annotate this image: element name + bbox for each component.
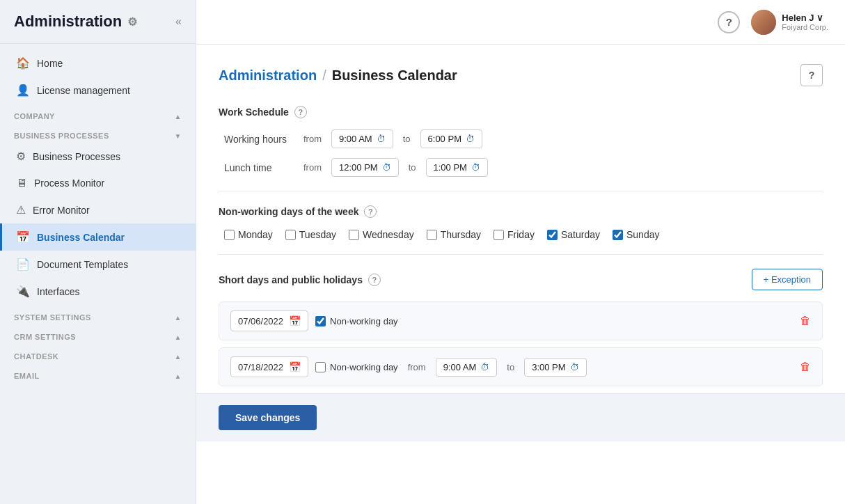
from-connector: from (301, 134, 324, 144)
exception-from-value-2: 9:00 AM (443, 362, 477, 372)
exception-nwd-checkbox-1[interactable]: Non-working day (315, 316, 398, 326)
section-company[interactable]: COMPANY ▲ (0, 104, 196, 123)
clock-icon: ⏱ (466, 134, 475, 144)
short-days-header: Short days and public holidays ? + Excep… (219, 269, 823, 290)
license-icon: 👤 (16, 84, 30, 97)
document-icon: 📄 (16, 258, 30, 271)
collapse-button[interactable]: « (173, 13, 184, 31)
section-business-processes[interactable]: BUSINESS PROCESSES ▼ (0, 123, 196, 143)
sidebar-item-label: Process Monitor (34, 178, 104, 189)
lunch-time-label: Lunch time (224, 162, 294, 173)
chevron-up-icon: ▲ (175, 314, 182, 322)
sidebar-item-label: Business Processes (33, 151, 120, 162)
sunday-checkbox-item[interactable]: Sunday (613, 229, 659, 240)
work-schedule-help-icon[interactable]: ? (294, 106, 307, 118)
save-changes-button[interactable]: Save changes (219, 405, 317, 430)
short-days-title: Short days and public holidays ? (219, 274, 381, 286)
working-hours-from-input[interactable]: 9:00 AM ⏱ (331, 129, 393, 148)
section-crm-settings[interactable]: CRM SETTINGS ▲ (0, 324, 196, 344)
sidebar-item-license[interactable]: 👤 License management (0, 77, 196, 104)
exception-date-2: 07/18/2022 (238, 362, 283, 372)
help-button[interactable]: ? (718, 11, 740, 33)
section-email[interactable]: EMAIL ▲ (0, 363, 196, 383)
thursday-checkbox-item[interactable]: Thursday (427, 229, 481, 240)
sidebar-item-process-monitor[interactable]: 🖥 Process Monitor (0, 170, 196, 196)
lunch-time-to-input[interactable]: 1:00 PM ⏱ (426, 158, 488, 177)
sidebar-item-document-templates[interactable]: 📄 Document Templates (0, 251, 196, 278)
topbar: ? Helen J ∨ Foiyard Corp. (196, 0, 845, 45)
sidebar-item-business-processes[interactable]: ⚙ Business Processes (0, 143, 196, 170)
from-connector-exc2: from (405, 362, 429, 372)
user-info: Helen J ∨ Foiyard Corp. (782, 13, 828, 31)
section-chatdesk[interactable]: CHATDESK ▲ (0, 344, 196, 363)
chevron-up-icon: ▲ (175, 353, 182, 361)
exception-from-input-2[interactable]: 9:00 AM ⏱ (436, 358, 498, 377)
sidebar-title: Administration ⚙ (14, 13, 137, 31)
sidebar-item-error-monitor[interactable]: ⚠ Error Monitor (0, 196, 196, 223)
wednesday-checkbox-item[interactable]: Wednesday (349, 229, 414, 240)
thursday-checkbox[interactable] (427, 230, 437, 240)
exception-date-input-2[interactable]: 07/18/2022 📅 (230, 356, 308, 377)
gear-icon[interactable]: ⚙ (127, 15, 137, 29)
lunch-time-from-input[interactable]: 12:00 PM ⏱ (331, 158, 399, 177)
exception-nwd-check-2[interactable] (315, 362, 326, 372)
sidebar-item-label: Error Monitor (33, 205, 90, 216)
to-connector: to (406, 162, 419, 173)
non-working-days-help-icon[interactable]: ? (364, 205, 377, 218)
breadcrumb: Administration / Business Calendar ? (219, 64, 823, 86)
clock-icon: ⏱ (570, 362, 579, 372)
avatar-image (751, 10, 776, 35)
section-system-settings[interactable]: SYSTEM SETTINGS ▲ (0, 305, 196, 324)
to-connector-exc2: to (504, 362, 517, 372)
chevron-down-icon: ▼ (175, 132, 182, 140)
monday-checkbox[interactable] (224, 230, 235, 240)
add-exception-button[interactable]: + Exception (752, 269, 823, 290)
breadcrumb-current: Business Calendar (332, 68, 457, 84)
sidebar-item-home[interactable]: 🏠 Home (0, 49, 196, 77)
sidebar-item-interfaces[interactable]: 🔌 Interfaces (0, 278, 196, 305)
working-hours-to-input[interactable]: 6:00 PM ⏱ (420, 129, 482, 148)
short-days-help-icon[interactable]: ? (368, 274, 381, 286)
page-help-button[interactable]: ? (800, 64, 823, 86)
home-icon: 🏠 (16, 56, 30, 70)
calendar-icon: 📅 (289, 315, 301, 326)
save-section: Save changes (196, 393, 845, 441)
exception-nwd-check-1[interactable] (315, 316, 326, 326)
saturday-checkbox-item[interactable]: Saturday (547, 229, 600, 240)
chevron-up-icon: ▲ (175, 372, 182, 380)
friday-checkbox[interactable] (493, 230, 504, 240)
sidebar-item-business-calendar[interactable]: 📅 Business Calendar (0, 223, 196, 251)
chevron-up-icon: ▲ (175, 113, 182, 120)
non-working-days-title: Non-working days of the week ? (219, 205, 823, 218)
calendar-icon: 📅 (16, 230, 30, 244)
content-area: Administration / Business Calendar ? Wor… (196, 45, 845, 504)
saturday-checkbox[interactable] (547, 230, 558, 240)
friday-label: Friday (507, 229, 535, 240)
exception-nwd-checkbox-2[interactable]: Non-working day (315, 362, 398, 372)
user-menu[interactable]: Helen J ∨ Foiyard Corp. (751, 10, 828, 35)
to-connector: to (400, 134, 413, 144)
sidebar: Administration ⚙ « 🏠 Home 👤 License mana… (0, 0, 196, 504)
breadcrumb-admin[interactable]: Administration (219, 68, 317, 84)
calendar-icon: 📅 (289, 361, 301, 372)
work-schedule-title: Work Schedule ? (219, 106, 823, 118)
wednesday-checkbox[interactable] (349, 230, 359, 240)
exception-to-input-2[interactable]: 3:00 PM ⏱ (524, 358, 586, 377)
sunday-label: Sunday (626, 229, 659, 240)
sunday-checkbox[interactable] (613, 230, 623, 240)
tuesday-checkbox[interactable] (285, 230, 296, 240)
from-connector: from (301, 162, 324, 173)
trash-icon: 🗑 (800, 361, 811, 372)
clock-icon: ⏱ (377, 134, 386, 144)
non-working-days-row: Monday Tuesday Wednesday Thursday Friday… (219, 229, 823, 240)
friday-checkbox-item[interactable]: Friday (493, 229, 535, 240)
delete-exception-button-2[interactable]: 🗑 (800, 361, 811, 373)
exception-date-input-1[interactable]: 07/06/2022 📅 (230, 310, 308, 331)
monday-checkbox-item[interactable]: Monday (224, 229, 273, 240)
working-hours-label: Working hours (224, 134, 294, 145)
exception-date-1: 07/06/2022 (238, 316, 283, 326)
main-area: ? Helen J ∨ Foiyard Corp. Administration… (196, 0, 845, 504)
delete-exception-button-1[interactable]: 🗑 (800, 315, 811, 327)
tuesday-checkbox-item[interactable]: Tuesday (285, 229, 336, 240)
thursday-label: Thursday (441, 229, 481, 240)
